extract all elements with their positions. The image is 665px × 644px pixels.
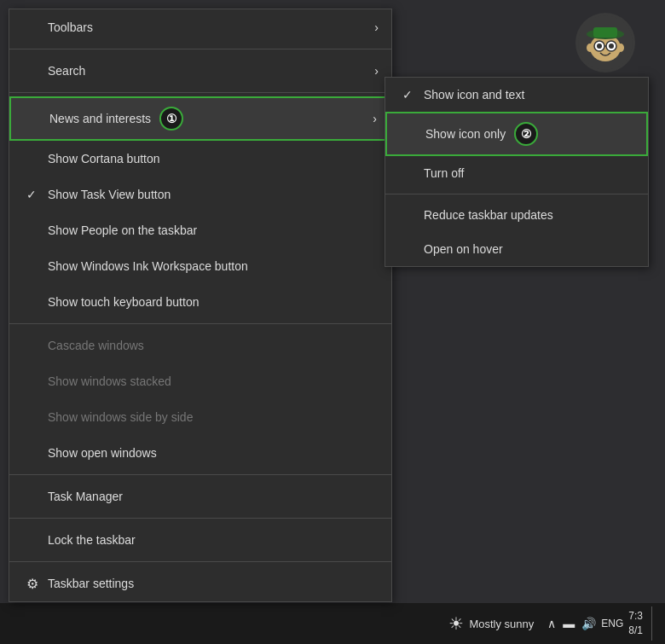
menu-label-windows-ink: Show Windows Ink Workspace button bbox=[48, 259, 248, 273]
menu-item-side-by-side: Show windows side by side bbox=[9, 399, 391, 435]
menu-label-cortana: Show Cortana button bbox=[48, 152, 160, 165]
checkmark-icon-text: ✓ bbox=[402, 88, 419, 102]
checkmark-open-hover bbox=[402, 242, 419, 256]
menu-label-search: Search bbox=[48, 64, 85, 78]
menu-item-cascade: Cascade windows bbox=[9, 328, 391, 363]
sub-menu-item-turn-off[interactable]: Turn off bbox=[385, 156, 648, 190]
taskbar: ☀ Mostly sunny ∧ ▬ 🔊 ENG 7:3 8/1 bbox=[0, 603, 665, 644]
menu-label-lock-taskbar: Lock the taskbar bbox=[48, 533, 136, 547]
svg-point-10 bbox=[617, 44, 624, 52]
menu-item-task-manager[interactable]: Task Manager bbox=[9, 479, 391, 514]
svg-point-6 bbox=[597, 44, 602, 49]
checkmark-open-windows bbox=[26, 446, 43, 460]
avatar bbox=[575, 13, 635, 73]
divider-after-toolbars bbox=[9, 49, 391, 49]
context-menu: Toolbars › Search › News and interests ①… bbox=[9, 9, 392, 602]
divider-section4 bbox=[9, 518, 391, 519]
menu-item-taskbar-settings[interactable]: ⚙ Taskbar settings bbox=[9, 566, 391, 601]
checkmark-stacked bbox=[26, 374, 43, 388]
checkmark-search bbox=[26, 64, 43, 78]
menu-item-open-windows[interactable]: Show open windows bbox=[9, 435, 391, 471]
menu-item-lock-taskbar[interactable]: Lock the taskbar bbox=[9, 522, 391, 558]
sub-menu-label-open-hover: Open on hover bbox=[424, 242, 503, 256]
checkmark-windows-ink bbox=[26, 259, 43, 273]
svg-rect-3 bbox=[593, 27, 617, 38]
checkmark-turn-off bbox=[402, 166, 419, 180]
menu-label-task-manager: Task Manager bbox=[48, 490, 123, 503]
checkmark-touch-keyboard bbox=[26, 295, 43, 309]
desktop: Toolbars › Search › News and interests ①… bbox=[0, 0, 665, 644]
taskbar-language: ENG bbox=[601, 618, 623, 629]
menu-label-toolbars: Toolbars bbox=[48, 20, 93, 34]
divider-section3 bbox=[9, 474, 391, 475]
svg-point-7 bbox=[609, 44, 614, 49]
checkmark-news bbox=[28, 112, 45, 125]
divider-after-search bbox=[9, 92, 391, 93]
checkmark-taskview: ✓ bbox=[26, 188, 43, 201]
weather-widget[interactable]: ☀ Mostly sunny bbox=[440, 613, 542, 634]
volume-icon[interactable]: 🔊 bbox=[581, 617, 596, 630]
taskbar-system-icons: ∧ ▬ 🔊 bbox=[547, 617, 596, 630]
sub-menu-item-reduce-updates[interactable]: Reduce taskbar updates bbox=[385, 198, 648, 232]
menu-label-news: News and interests bbox=[49, 112, 151, 125]
checkmark-cascade bbox=[26, 339, 43, 352]
taskbar-time-display: 7:3 bbox=[628, 609, 643, 624]
checkmark-task-manager bbox=[26, 490, 43, 503]
menu-label-side-by-side: Show windows side by side bbox=[48, 410, 193, 424]
sub-menu-label-icon-only: Show icon only bbox=[425, 127, 506, 141]
menu-label-cascade: Cascade windows bbox=[48, 339, 144, 352]
menu-item-windows-ink[interactable]: Show Windows Ink Workspace button bbox=[9, 248, 391, 284]
sub-menu-label-turn-off: Turn off bbox=[424, 166, 464, 180]
arrow-search: › bbox=[374, 64, 379, 78]
checkmark-icon-only bbox=[404, 127, 421, 141]
menu-label-people: Show People on the taskbar bbox=[48, 223, 197, 237]
battery-icon: ▬ bbox=[563, 617, 575, 630]
taskbar-date-display: 8/1 bbox=[628, 624, 643, 638]
taskbar-clock[interactable]: 7:3 8/1 bbox=[628, 609, 643, 638]
weather-icon: ☀ bbox=[448, 613, 464, 634]
sub-menu-item-show-icon-text[interactable]: ✓ Show icon and text bbox=[385, 78, 648, 112]
arrow-news: › bbox=[373, 112, 377, 125]
checkmark-cortana bbox=[26, 152, 43, 165]
menu-label-taskbar-settings: Taskbar settings bbox=[48, 577, 134, 590]
arrow-toolbars: › bbox=[374, 20, 379, 34]
badge-2: ② bbox=[514, 122, 538, 146]
divider-section2 bbox=[9, 323, 391, 324]
sub-menu-label-icon-text: Show icon and text bbox=[424, 88, 524, 102]
chevron-icon[interactable]: ∧ bbox=[547, 617, 556, 630]
checkmark-lock-taskbar bbox=[26, 533, 43, 547]
menu-item-search[interactable]: Search › bbox=[9, 53, 391, 89]
menu-item-toolbars[interactable]: Toolbars › bbox=[9, 9, 391, 45]
sub-menu-item-show-icon-only[interactable]: Show icon only ② bbox=[385, 112, 648, 156]
badge-1: ① bbox=[159, 107, 183, 131]
sub-menu-item-open-hover[interactable]: Open on hover bbox=[385, 232, 648, 266]
divider-section5 bbox=[9, 561, 391, 562]
menu-label-stacked: Show windows stacked bbox=[48, 374, 171, 388]
checkmark-toolbars bbox=[26, 20, 43, 34]
menu-item-taskview[interactable]: ✓ Show Task View button bbox=[9, 177, 391, 212]
menu-item-cortana[interactable]: Show Cortana button bbox=[9, 141, 391, 177]
menu-item-news-interests[interactable]: News and interests ① › bbox=[9, 96, 391, 141]
svg-point-9 bbox=[587, 44, 593, 52]
weather-text: Mostly sunny bbox=[469, 618, 534, 630]
menu-label-open-windows: Show open windows bbox=[48, 446, 157, 460]
sub-menu: ✓ Show icon and text Show icon only ② Tu… bbox=[385, 77, 649, 267]
taskbar-right-area: ☀ Mostly sunny ∧ ▬ 🔊 ENG 7:3 8/1 bbox=[440, 606, 656, 641]
menu-label-touch-keyboard: Show touch keyboard button bbox=[48, 295, 199, 309]
show-desktop-button[interactable] bbox=[651, 606, 656, 641]
menu-item-stacked: Show windows stacked bbox=[9, 363, 391, 399]
sub-menu-label-reduce-updates: Reduce taskbar updates bbox=[424, 208, 553, 222]
checkmark-people bbox=[26, 223, 43, 237]
menu-label-taskview: Show Task View button bbox=[48, 188, 171, 201]
menu-item-touch-keyboard[interactable]: Show touch keyboard button bbox=[9, 284, 391, 320]
avatar-area bbox=[571, 9, 639, 77]
checkmark-side-by-side bbox=[26, 410, 43, 424]
checkmark-reduce-updates bbox=[402, 208, 419, 222]
sub-divider bbox=[385, 194, 648, 194]
menu-item-people[interactable]: Show People on the taskbar bbox=[9, 212, 391, 248]
gear-icon: ⚙ bbox=[26, 576, 43, 592]
